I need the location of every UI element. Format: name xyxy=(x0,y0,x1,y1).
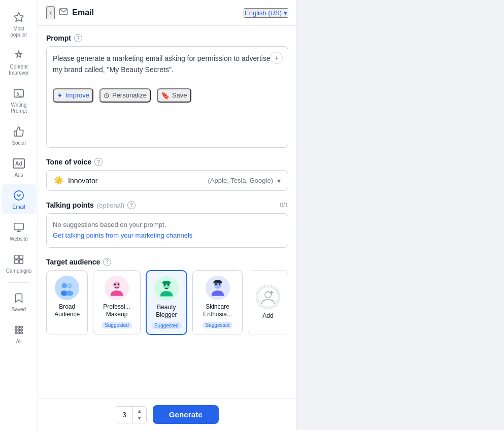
sidebar-item-label: Website xyxy=(10,236,28,242)
personalize-icon: ⊙ xyxy=(104,91,110,100)
email-header-icon xyxy=(59,7,68,18)
audience-card-makeup[interactable]: Professi... Makeup Suggested xyxy=(93,270,140,335)
sidebar-item-label: Saved xyxy=(12,307,26,313)
prompt-help-icon[interactable]: ? xyxy=(74,34,82,42)
ads-icon: Ad xyxy=(12,156,26,171)
audience-add-card[interactable]: Add xyxy=(248,270,288,335)
main-panel: ‹ Email English (US) ▾ Prompt ? Please g… xyxy=(38,0,297,430)
target-audience-section: Target audience ? Broad Au xyxy=(46,258,288,335)
sidebar-item-all[interactable]: All xyxy=(2,319,36,349)
audience-add-label: Add xyxy=(262,312,273,320)
all-icon xyxy=(12,323,26,337)
tone-icon: ☀️ xyxy=(54,176,64,185)
tone-subtitle: (Apple, Tesla, Google) xyxy=(208,177,273,184)
audience-badge-makeup: Suggested xyxy=(102,322,132,328)
footer: 3 ▲ ▼ Generate xyxy=(38,399,296,430)
svg-point-33 xyxy=(162,281,171,284)
tone-help-icon[interactable]: ? xyxy=(94,158,103,166)
website-icon xyxy=(12,220,26,235)
header: ‹ Email English (US) ▾ xyxy=(38,0,296,26)
personalize-button[interactable]: ⊙ Personalize xyxy=(99,88,151,103)
svg-point-18 xyxy=(21,332,23,334)
audience-avatar-blogger xyxy=(154,276,179,301)
sidebar-item-label: Most popular xyxy=(5,26,33,38)
save-button[interactable]: 🔖 Save xyxy=(157,88,191,103)
prompt-section: Prompt ? Please generate a marketing ema… xyxy=(46,34,288,148)
sidebar-item-label: Campaigns xyxy=(6,268,32,274)
content-scroll: Prompt ? Please generate a marketing ema… xyxy=(38,26,296,399)
audience-help-icon[interactable]: ? xyxy=(103,258,111,266)
sidebar-item-writing-prompt[interactable]: Writing Prompt xyxy=(2,82,36,118)
sidebar-item-saved[interactable]: Saved xyxy=(2,287,36,317)
talking-label: Talking points (optional) ? xyxy=(46,201,136,209)
audience-card-blogger[interactable]: Beauty Blogger Suggested xyxy=(146,270,187,335)
audience-card-broad[interactable]: Broad Audience xyxy=(46,270,88,335)
sidebar-item-label: Ads xyxy=(14,172,23,178)
svg-point-12 xyxy=(21,326,23,328)
right-panel xyxy=(297,0,504,430)
svg-point-10 xyxy=(15,326,17,328)
sidebar-divider xyxy=(9,282,29,283)
bookmark-icon: 🔖 xyxy=(161,91,170,100)
svg-point-38 xyxy=(258,287,278,307)
sidebar-item-social[interactable]: Social xyxy=(2,120,36,150)
talking-channels-link[interactable]: Get talking points from your marketing c… xyxy=(53,231,192,239)
sidebar-item-website[interactable]: Website xyxy=(2,216,36,246)
svg-point-13 xyxy=(15,329,17,331)
page-title: Email xyxy=(72,8,240,17)
sidebar-item-email[interactable]: Email xyxy=(2,184,36,214)
chevron-down-icon: ▾ xyxy=(277,177,281,185)
stepper-up-button[interactable]: ▲ xyxy=(133,408,146,415)
back-button[interactable]: ‹ xyxy=(46,6,55,19)
sidebar: Most popular Content Improver Writing Pr… xyxy=(0,0,38,430)
svg-point-36 xyxy=(215,283,217,285)
talking-help-icon[interactable]: ? xyxy=(127,201,136,209)
audience-name-blogger: Beauty Blogger xyxy=(151,304,182,319)
sidebar-item-label: All xyxy=(16,339,21,345)
svg-point-14 xyxy=(18,329,20,331)
add-audience-icon xyxy=(256,285,280,309)
audience-card-skincare[interactable]: Skincare Enthusia... Suggested xyxy=(192,270,243,335)
generate-button[interactable]: Generate xyxy=(153,405,219,424)
count-stepper[interactable]: 3 ▲ ▼ xyxy=(116,406,147,423)
tone-section: Tone of voice ? ☀️ Innovator (Apple, Tes… xyxy=(46,158,288,191)
saved-icon xyxy=(12,291,26,305)
talking-header: Talking points (optional) ? 0/1 xyxy=(46,201,288,209)
svg-point-3 xyxy=(14,191,23,200)
campaigns-icon xyxy=(12,252,26,267)
svg-point-20 xyxy=(56,277,78,299)
sidebar-item-label: Content Improver xyxy=(5,64,33,76)
prompt-add-button[interactable]: + xyxy=(271,52,283,64)
star-icon xyxy=(12,10,26,24)
audience-grid: Broad Audience Professi. xyxy=(46,270,288,335)
language-selector[interactable]: English (US) ▾ xyxy=(244,8,288,18)
sidebar-item-label: Writing Prompt xyxy=(5,102,33,114)
svg-marker-0 xyxy=(14,13,23,21)
svg-rect-8 xyxy=(15,260,18,263)
svg-point-11 xyxy=(18,326,20,328)
sidebar-item-content-improver[interactable]: Content Improver xyxy=(2,44,36,80)
svg-point-27 xyxy=(114,283,116,285)
tone-selector[interactable]: ☀️ Innovator (Apple, Tesla, Google) ▾ xyxy=(46,170,288,191)
talking-optional: (optional) xyxy=(97,202,124,209)
svg-rect-6 xyxy=(15,255,18,259)
audience-avatar-skincare xyxy=(206,276,230,300)
stepper-buttons: ▲ ▼ xyxy=(133,408,146,422)
svg-point-17 xyxy=(18,332,20,334)
prompt-text: Please generate a marketing email asking… xyxy=(53,53,282,76)
audience-name-broad: Broad Audience xyxy=(51,303,83,319)
improve-button[interactable]: ✦ Improve xyxy=(53,88,93,103)
talking-points-section: Talking points (optional) ? 0/1 No sugge… xyxy=(46,201,288,248)
sidebar-item-most-popular[interactable]: Most popular xyxy=(2,6,36,42)
sidebar-item-ads[interactable]: Ad Ads xyxy=(2,152,36,182)
prompt-box[interactable]: Please generate a marketing email asking… xyxy=(46,46,288,148)
talking-empty-text: No suggestions based on your prompt. Get… xyxy=(53,220,282,241)
sidebar-item-campaigns[interactable]: Campaigns xyxy=(2,248,36,278)
audience-name-makeup: Professi... Makeup xyxy=(97,303,136,319)
email-icon xyxy=(12,188,26,203)
audience-avatar-broad xyxy=(55,276,79,300)
sparkle-icon xyxy=(12,48,26,62)
stepper-down-button[interactable]: ▼ xyxy=(133,415,146,422)
svg-point-37 xyxy=(218,283,220,285)
audience-avatar-makeup xyxy=(105,276,129,300)
